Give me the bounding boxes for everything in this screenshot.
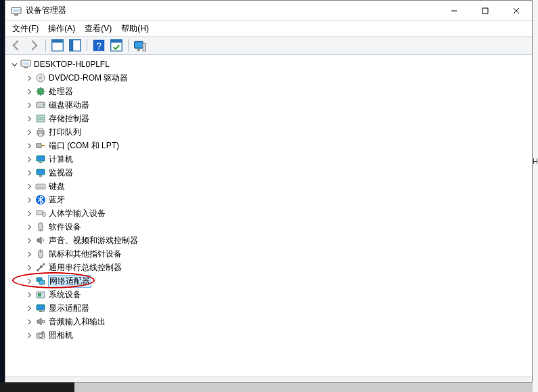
tree-node-label: 声音、视频和游戏控制器 [49, 235, 138, 246]
menubar: 文件(F) 操作(A) 查看(V) 帮助(H) [5, 21, 532, 36]
chevron-right-icon[interactable] [24, 181, 34, 191]
menu-action[interactable]: 操作(A) [48, 23, 75, 35]
close-button[interactable] [501, 1, 532, 20]
tree-node-disk[interactable]: 磁盘驱动器 [5, 98, 532, 112]
minimize-button[interactable] [439, 1, 470, 20]
tree-node-mouse[interactable]: 鼠标和其他指针设备 [5, 247, 532, 261]
chevron-right-icon[interactable] [24, 114, 34, 123]
tree-node-sound[interactable]: 声音、视频和游戏控制器 [5, 234, 532, 247]
tree-root-label: DESKTOP-HL0PLFL [34, 60, 110, 69]
svg-rect-4 [483, 8, 488, 14]
network-icon [35, 276, 46, 286]
tree-node-label: 存储控制器 [49, 113, 89, 125]
toolbar-scan-hardware-button[interactable] [108, 38, 125, 53]
hdd-icon [35, 100, 46, 110]
tree-node-label: 计算机 [49, 154, 73, 165]
toolbar-back-button[interactable] [8, 38, 24, 53]
storage-controller-icon [35, 113, 46, 124]
toolbar-properties-pane-button[interactable] [49, 38, 66, 53]
tree-node-dvd[interactable]: DVD/CD-ROM 驱动器 [5, 71, 532, 85]
chevron-right-icon[interactable] [24, 330, 34, 340]
chevron-right-icon[interactable] [24, 100, 34, 110]
device-manager-window: 设备管理器 文件(F) 操作(A) 查看(V) 帮助(H) [5, 0, 533, 383]
tree-node-label: 鼠标和其他指针设备 [49, 248, 122, 260]
tree-node-storage[interactable]: 存储控制器 [5, 112, 532, 125]
tree-node-bluetooth[interactable]: 蓝牙 [5, 193, 532, 206]
chevron-right-icon[interactable] [24, 317, 34, 326]
monitor-icon [35, 167, 46, 178]
tree-node-display[interactable]: 显示适配器 [5, 301, 532, 315]
chevron-right-icon[interactable] [24, 249, 34, 259]
svg-rect-2 [14, 14, 18, 16]
chevron-right-icon[interactable] [24, 127, 34, 137]
chevron-down-icon[interactable] [9, 60, 19, 69]
titlebar[interactable]: 设备管理器 [5, 1, 532, 21]
tree-node-usb[interactable]: 通用串行总线控制器 [5, 261, 532, 274]
tree-root-node[interactable]: DESKTOP-HL0PLFL [5, 58, 532, 71]
toolbar-devices-button[interactable] [132, 38, 148, 53]
chevron-right-icon[interactable] [24, 195, 34, 204]
toolbar-separator [87, 39, 87, 51]
chevron-right-icon[interactable] [24, 303, 34, 313]
window-title: 设备管理器 [26, 5, 66, 16]
toolbar-separator [45, 39, 46, 51]
cropped-background-letter: H [533, 157, 538, 165]
tree-node-label: 人体学输入设备 [49, 208, 106, 219]
tree-node-keyboard[interactable]: 键盘 [5, 179, 532, 193]
tree-node-label: 磁盘驱动器 [49, 100, 89, 111]
system-icon [35, 289, 46, 300]
chevron-right-icon[interactable] [24, 141, 34, 150]
tree-node-monitor[interactable]: 监视器 [5, 166, 532, 179]
chevron-right-icon[interactable] [24, 73, 34, 83]
svg-rect-8 [52, 40, 64, 43]
tree-node-network[interactable]: 网络适配器 [5, 274, 532, 288]
svg-text:?: ? [96, 41, 102, 51]
tree-node-audioio[interactable]: 音频输入和输出 [5, 315, 532, 328]
maximize-button[interactable] [470, 1, 501, 20]
svg-rect-17 [143, 43, 145, 51]
toolbar-forward-button[interactable] [26, 38, 42, 53]
chevron-right-icon[interactable] [24, 236, 34, 245]
tree-node-label: 蓝牙 [49, 194, 65, 206]
svg-rect-1 [13, 9, 20, 12]
menu-file[interactable]: 文件(F) [12, 23, 39, 35]
tree-node-system[interactable]: 系统设备 [5, 288, 532, 301]
device-tree[interactable]: DESKTOP-HL0PLFLDVD/CD-ROM 驱动器处理器磁盘驱动器存储控… [5, 55, 532, 382]
menu-view[interactable]: 查看(V) [85, 23, 112, 35]
tree-node-hid[interactable]: 人体学输入设备 [5, 206, 532, 220]
svg-rect-10 [70, 40, 74, 51]
tree-node-label: 音频输入和输出 [49, 316, 106, 328]
audio-io-icon [35, 316, 46, 327]
toolbar-help-button[interactable]: ? [91, 38, 107, 53]
tree-node-label: 打印队列 [49, 127, 81, 138]
tree-node-label: 监视器 [49, 167, 73, 179]
chevron-right-icon[interactable] [24, 209, 34, 218]
svg-rect-15 [135, 42, 143, 49]
chevron-right-icon[interactable] [24, 276, 34, 286]
bluetooth-icon [35, 194, 46, 205]
chevron-right-icon[interactable] [24, 222, 34, 232]
display-adapter-icon [35, 303, 46, 313]
chip-icon [35, 86, 46, 97]
speaker-icon [35, 235, 46, 246]
toolbar: ? [5, 36, 532, 55]
tree-node-camera[interactable]: 照相机 [5, 328, 532, 342]
tree-node-label: 显示适配器 [49, 303, 89, 314]
software-icon [35, 221, 46, 232]
chevron-right-icon[interactable] [24, 168, 34, 177]
menu-help[interactable]: 帮助(H) [121, 23, 149, 35]
chevron-right-icon[interactable] [24, 290, 34, 299]
svg-rect-16 [137, 49, 140, 51]
toolbar-details-pane-button[interactable] [67, 38, 83, 53]
monitor-icon [35, 154, 46, 165]
tree-node-ports[interactable]: 端口 (COM 和 LPT) [5, 139, 532, 152]
hid-icon [35, 208, 46, 219]
tree-node-cpu[interactable]: 处理器 [5, 85, 532, 98]
app-icon [11, 5, 22, 16]
tree-node-software[interactable]: 软件设备 [5, 220, 532, 234]
chevron-right-icon[interactable] [24, 263, 34, 272]
chevron-right-icon[interactable] [24, 154, 34, 164]
tree-node-computer[interactable]: 计算机 [5, 152, 532, 166]
chevron-right-icon[interactable] [24, 87, 34, 96]
tree-node-print[interactable]: 打印队列 [5, 125, 532, 139]
